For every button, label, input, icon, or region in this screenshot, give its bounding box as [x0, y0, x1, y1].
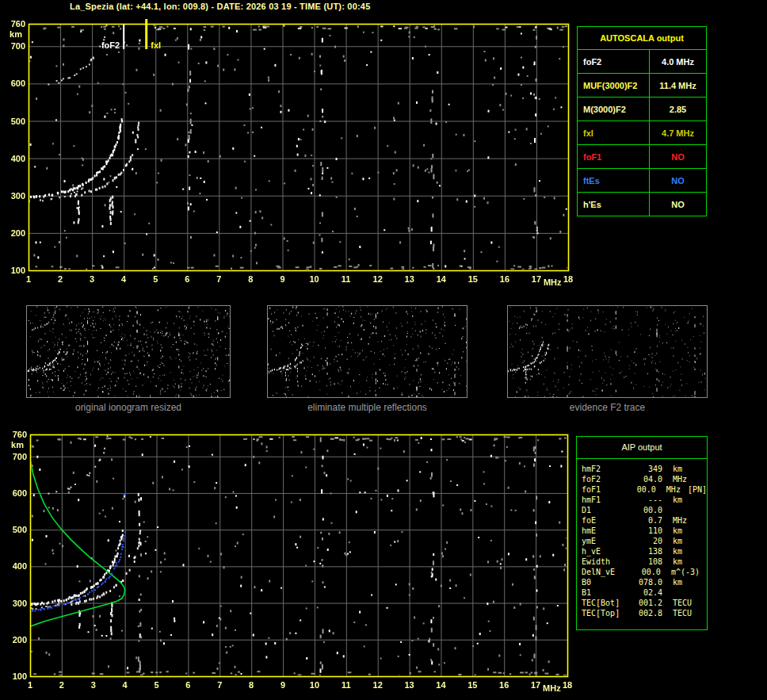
autoscala-param: foF2: [578, 50, 650, 74]
thumbnail-eliminate: eliminate multiple reflections: [267, 305, 467, 413]
aip-value: 00.0: [625, 484, 656, 495]
aip-value: 00.0: [628, 567, 661, 577]
aip-value: 110: [629, 526, 662, 536]
aip-name: ymE: [582, 536, 629, 546]
aip-unit: km: [673, 577, 682, 587]
aip-value: 20: [629, 536, 662, 546]
autoscala-table-header: AUTOSCALA output: [578, 27, 707, 50]
aip-row: B0078.0km: [582, 577, 707, 587]
aip-value: 0.7: [629, 515, 662, 526]
aip-value: 00.0: [629, 505, 662, 515]
aip-value: 001.2: [629, 598, 662, 608]
aip-unit: km: [673, 536, 682, 546]
aip-name: TEC[Bot]: [582, 598, 629, 608]
aip-name: B0: [582, 577, 629, 587]
aip-row: Ewidth108km: [582, 557, 707, 567]
aip-value: 108: [629, 557, 662, 567]
thumbnail-evidence-caption: evidence F2 trace: [507, 402, 708, 413]
aip-name: DelN_vE: [582, 567, 628, 577]
aip-name: hmE: [582, 526, 629, 536]
aip-name: foF1: [582, 484, 625, 495]
aip-name: hmF2: [582, 464, 629, 474]
autoscala-value: 11.4 MHz: [650, 74, 707, 98]
aip-name: D1: [582, 505, 629, 515]
autoscala-value: 2.85: [650, 98, 707, 121]
autoscala-row: foF24.0 MHz: [578, 50, 707, 74]
aip-name: B1: [582, 587, 629, 598]
aip-unit: TECU: [673, 608, 692, 618]
aip-value: 078.0: [629, 577, 662, 587]
autoscala-row: fxI4.7 MHz: [578, 121, 707, 145]
aip-name: hmF1: [582, 495, 629, 505]
aip-unit: m^(-3): [671, 567, 700, 577]
autoscala-row: h'EsNO: [578, 193, 707, 216]
top-ionogram-canvas: [0, 17, 574, 293]
aip-name: TEC[Top]: [582, 608, 629, 618]
aip-name: Ewidth: [582, 557, 629, 567]
thumbnail-eliminate-caption: eliminate multiple reflections: [267, 402, 467, 413]
aip-row: hmE110km: [582, 526, 707, 536]
aip-extra: [PN]: [688, 484, 707, 495]
aip-unit: km: [673, 495, 682, 505]
thumbnail-original-canvas: [26, 305, 231, 398]
station-title: La_Spezia (lat: +44.1, lon: 009.8) - DAT…: [70, 2, 370, 11]
autoscala-row: MUF(3000)F211.4 MHz: [578, 74, 707, 98]
aip-row: B102.4: [582, 587, 707, 598]
aip-row: hmF1---km: [582, 495, 707, 505]
aip-value: 349: [629, 464, 662, 474]
thumbnail-eliminate-canvas: [267, 305, 467, 398]
aip-value: 138: [629, 546, 662, 557]
aip-rows-container: hmF2349kmfoF204.0MHzfoF100.0MHz[PN]hmF1-…: [577, 459, 707, 618]
aip-row: hmF2349km: [582, 464, 707, 474]
autoscala-param: M(3000)F2: [578, 98, 650, 121]
autoscala-value: NO: [650, 169, 707, 193]
aip-unit: MHz: [673, 515, 687, 526]
thumbnail-evidence: evidence F2 trace: [507, 305, 708, 413]
aip-row: ymE20km: [582, 536, 707, 546]
aip-name: h_vE: [582, 546, 629, 557]
thumbnail-original: original ionogram resized: [26, 305, 231, 413]
aip-value: 02.4: [629, 587, 662, 598]
aip-unit: km: [673, 557, 682, 567]
autoscala-row: ftEsNO: [578, 169, 707, 193]
autoscala-value: NO: [650, 193, 707, 216]
autoscala-param: ftEs: [578, 169, 650, 193]
aip-unit: km: [673, 526, 682, 536]
aip-value: ---: [629, 495, 662, 505]
autoscala-value: 4.7 MHz: [650, 121, 707, 145]
aip-row: foF204.0MHz: [582, 474, 707, 484]
aip-name: foF2: [582, 474, 629, 484]
aip-unit: MHz: [666, 484, 681, 495]
autoscala-row: foF1NO: [578, 145, 707, 169]
aip-unit: km: [673, 464, 682, 474]
aip-output-table: AIP output hmF2349kmfoF204.0MHzfoF100.0M…: [576, 436, 708, 630]
autoscala-param: MUF(3000)F2: [578, 74, 650, 98]
aip-table-header: AIP output: [577, 437, 707, 458]
autoscala-param: foF1: [578, 145, 650, 169]
autoscala-row: M(3000)F22.85: [578, 98, 707, 121]
aip-name: foE: [582, 515, 629, 526]
autoscala-value: NO: [650, 145, 707, 169]
aip-row: D100.0: [582, 505, 707, 515]
aip-value: 04.0: [629, 474, 662, 484]
thumbnail-evidence-canvas: [507, 305, 708, 398]
aip-row: DelN_vE00.0m^(-3): [582, 567, 707, 577]
aip-unit: km: [673, 546, 682, 557]
aip-row: foE0.7MHz: [582, 515, 707, 526]
aip-row: h_vE138km: [582, 546, 707, 557]
aip-row: TEC[Top]002.8TECU: [582, 608, 707, 618]
autoscala-value: 4.0 MHz: [650, 50, 707, 74]
aip-unit: TECU: [673, 598, 692, 608]
thumbnail-original-caption: original ionogram resized: [26, 402, 231, 413]
aip-row: TEC[Bot]001.2TECU: [582, 598, 707, 608]
autoscala-param: fxI: [578, 121, 650, 145]
autoscala-param: h'Es: [578, 193, 650, 216]
autoscala-output-table: AUTOSCALA output foF24.0 MHzMUF(3000)F21…: [577, 26, 707, 216]
aip-unit: MHz: [673, 474, 687, 484]
aip-row: foF100.0MHz[PN]: [582, 484, 707, 495]
aip-value: 002.8: [629, 608, 662, 618]
bottom-ionogram-canvas: [0, 428, 574, 700]
